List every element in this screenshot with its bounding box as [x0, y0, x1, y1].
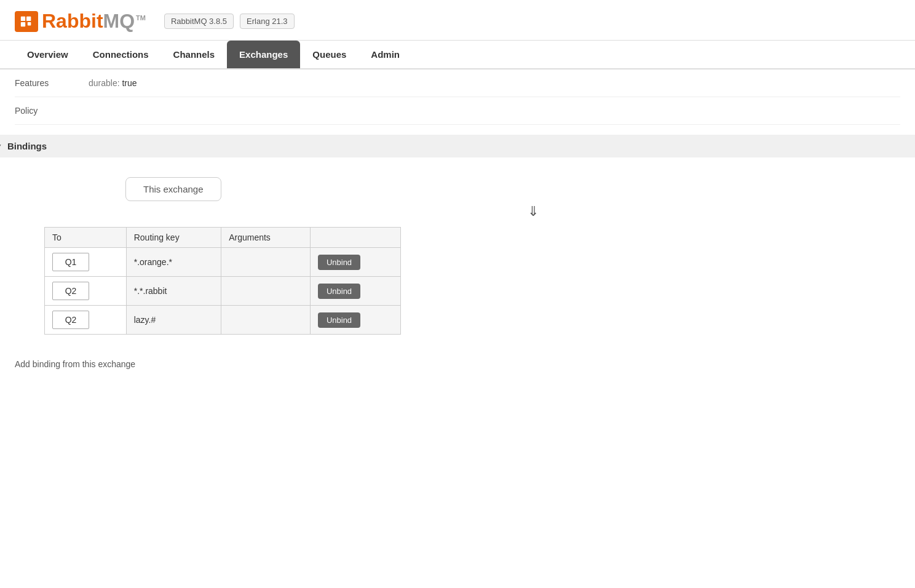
logo: RabbitMQTM: [15, 10, 146, 33]
unbind-button-2[interactable]: Unbind: [318, 312, 360, 328]
arguments-0: [221, 248, 311, 277]
policy-label: Policy: [15, 102, 89, 119]
svg-rect-3: [28, 22, 31, 25]
bindings-section-title: Bindings: [7, 141, 47, 151]
version-badges: RabbitMQ 3.8.5 Erlang 21.3: [164, 14, 295, 29]
logo-text: RabbitMQTM: [42, 10, 146, 33]
routing-key-0: *.orange.*: [126, 248, 221, 277]
logo-icon: [15, 11, 38, 32]
binding-row-1: Q2 *.*.rabbit Unbind: [45, 277, 401, 306]
content: Features durable: true Policy: [0, 70, 915, 125]
this-exchange-box: This exchange: [125, 177, 221, 201]
unbind-cell-0: Unbind: [310, 248, 400, 277]
binding-row-0: Q1 *.orange.* Unbind: [45, 248, 401, 277]
nav-channels[interactable]: Channels: [161, 41, 228, 68]
bindings-collapse-arrow: ▼: [0, 142, 2, 151]
col-action: [310, 228, 400, 248]
routing-key-2: lazy.#: [126, 306, 221, 335]
nav-queues[interactable]: Queues: [300, 41, 358, 68]
bindings-section-header[interactable]: ▼ Bindings: [0, 135, 915, 157]
unbind-cell-2: Unbind: [310, 306, 400, 335]
nav-exchanges[interactable]: Exchanges: [227, 41, 300, 68]
header: RabbitMQTM RabbitMQ 3.8.5 Erlang 21.3: [0, 0, 915, 41]
binding-row-2: Q2 lazy.# Unbind: [45, 306, 401, 335]
durable-key: durable:: [89, 78, 120, 88]
col-routing-key: Routing key: [126, 228, 221, 248]
svg-rect-1: [26, 16, 31, 20]
features-value: durable: true: [89, 74, 137, 92]
queue-cell-1: Q2: [45, 277, 127, 306]
queue-cell-0: Q1: [45, 248, 127, 277]
properties-row-features: Features durable: true: [15, 70, 900, 97]
bindings-table: To Routing key Arguments Q1 *.orange.* U…: [44, 227, 401, 335]
col-arguments: Arguments: [221, 228, 311, 248]
queue-box-2: Q2: [52, 311, 89, 329]
nav-connections[interactable]: Connections: [81, 41, 161, 68]
rabbitmq-version-badge: RabbitMQ 3.8.5: [164, 14, 234, 29]
arguments-2: [221, 306, 311, 335]
nav-overview[interactable]: Overview: [15, 41, 81, 68]
bindings-arrow-down: ⇓: [165, 204, 900, 220]
main-nav: Overview Connections Channels Exchanges …: [0, 41, 915, 70]
bindings-area: This exchange ⇓ To Routing key Arguments…: [0, 167, 915, 344]
queue-cell-2: Q2: [45, 306, 127, 335]
logo-rabbit: Rabbit: [42, 10, 103, 32]
unbind-button-0[interactable]: Unbind: [318, 255, 360, 270]
unbind-cell-1: Unbind: [310, 277, 400, 306]
erlang-version-badge: Erlang 21.3: [240, 14, 295, 29]
logo-tm: TM: [136, 14, 146, 22]
logo-mq: MQ: [103, 10, 135, 32]
properties-row-policy: Policy: [15, 97, 900, 125]
nav-admin[interactable]: Admin: [358, 41, 412, 68]
add-binding-section: Add binding from this exchange: [0, 359, 915, 369]
features-label: Features: [15, 74, 89, 92]
durable-value: true: [122, 78, 137, 88]
routing-key-1: *.*.rabbit: [126, 277, 221, 306]
arguments-1: [221, 277, 311, 306]
col-to: To: [45, 228, 127, 248]
unbind-button-1[interactable]: Unbind: [318, 284, 360, 299]
svg-rect-2: [21, 22, 25, 26]
queue-box-0: Q1: [52, 253, 89, 271]
queue-box-1: Q2: [52, 282, 89, 300]
svg-rect-0: [21, 16, 25, 20]
add-binding-label: Add binding from this exchange: [15, 359, 135, 369]
